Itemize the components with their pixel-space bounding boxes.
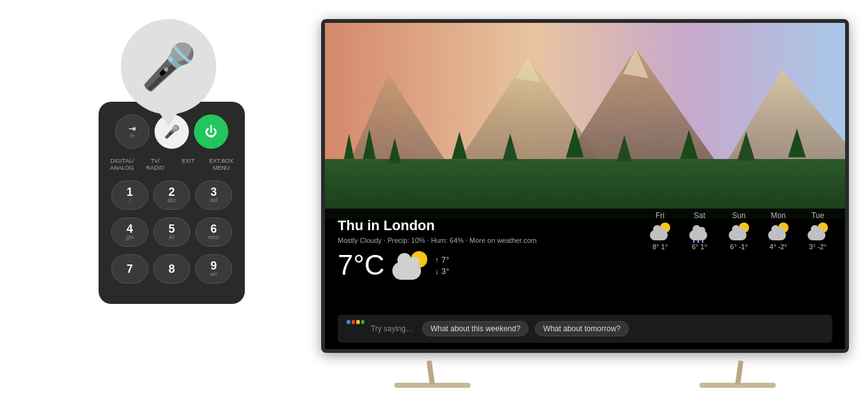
num-8-button[interactable]: 8 (153, 254, 190, 284)
num-1-button[interactable]: 1 ./ (111, 181, 148, 210)
dot-blue (347, 320, 350, 324)
microphone-icon: 🎤 (141, 41, 196, 93)
forecast-row: Fri 8° 1° Sat (645, 211, 832, 251)
num-6-button[interactable]: 6 mno (195, 217, 232, 247)
weather-top: Thu in London Mostly Cloudy · Precip: 10… (338, 217, 832, 281)
try-saying-label: Try saying… (371, 324, 413, 333)
weather-left: Thu in London Mostly Cloudy · Precip: 10… (338, 217, 645, 281)
assistant-bar: Try saying… What about this weekend? Wha… (338, 315, 832, 343)
temp-range: ↑ 7° ↓ 3° (435, 255, 450, 276)
cloud-icon (392, 262, 421, 280)
rain-2 (698, 240, 699, 243)
weather-overlay: Thu in London Mostly Cloudy · Precip: 10… (325, 209, 845, 349)
tv-frame: Thu in London Mostly Cloudy · Precip: 10… (321, 19, 849, 353)
mountain-svg (325, 23, 845, 219)
fri-icon (650, 223, 670, 240)
city-title: Thu in London (338, 217, 645, 234)
fri-label: Fri (656, 211, 665, 220)
sun-label: Sun (732, 211, 745, 220)
mic-bubble: 🎤 (121, 19, 216, 114)
google-logo (347, 320, 364, 338)
mon-temps: 4° -2° (769, 243, 787, 251)
dot-red (352, 320, 355, 324)
rain-3 (702, 240, 703, 243)
rain-1 (693, 240, 694, 243)
tv-screen: Thu in London Mostly Cloudy · Precip: 10… (325, 23, 845, 349)
stand-leg-left (394, 383, 471, 388)
sat-label: Sat (694, 211, 705, 220)
forecast-tue: Tue 3° -2° (803, 211, 832, 251)
remote-control: 🎤 ⇥ ⟳ 🎤 ⏻ DIGITAL/ ANALOG TV/ RADIO EXIT (38, 13, 305, 405)
forecast-mon: Mon 4° -2° (764, 211, 793, 251)
dot-green (361, 320, 365, 324)
exit-label: EXIT (174, 158, 202, 172)
forecast-sat: Sat 6° 1° (685, 211, 714, 251)
tv: Thu in London Mostly Cloudy · Precip: 10… (321, 19, 849, 388)
sun-temps: 6° -1° (730, 243, 748, 251)
tv-radio-label: TV/ RADIO (141, 158, 169, 172)
numpad-row-1: 1 ./ 2 abc 3 def (111, 181, 232, 210)
mon-cloud (768, 230, 786, 240)
sun-cloud (729, 230, 747, 240)
num-7-button[interactable]: 7 (111, 254, 148, 284)
weather-subtitle: Mostly Cloudy · Precip: 10% · Hum: 64% ·… (338, 237, 645, 244)
remote-body: ⇥ ⟳ 🎤 ⏻ DIGITAL/ ANALOG TV/ RADIO EXIT E… (99, 102, 245, 304)
digital-analog-label: DIGITAL/ ANALOG (108, 158, 136, 172)
microphone-icon: 🎤 (164, 124, 180, 139)
num-3-button[interactable]: 3 def (195, 181, 232, 210)
forecast-fri: Fri 8° 1° (645, 211, 675, 251)
power-button[interactable]: ⏻ (194, 114, 228, 149)
num-2-button[interactable]: 2 abc (153, 181, 190, 210)
mon-label: Mon (771, 211, 785, 220)
sun-icon-fc (729, 223, 749, 240)
dot-yellow (356, 320, 360, 324)
tue-icon (808, 223, 828, 240)
extbox-label: EXT.BOX MENU (207, 158, 235, 172)
tv-stand (394, 356, 776, 388)
mon-icon (768, 223, 789, 240)
suggestion-weekend-button[interactable]: What about this weekend? (422, 321, 528, 336)
button-labels-row: DIGITAL/ ANALOG TV/ RADIO EXIT EXT.BOX M… (108, 158, 235, 172)
google-dots (347, 320, 364, 324)
temperature-display: 7°C (338, 249, 385, 281)
temp-low: ↓ 3° (435, 266, 450, 276)
stand-leg-right (699, 383, 776, 388)
sat-icon (689, 223, 710, 240)
tue-label: Tue (811, 211, 824, 220)
num-4-button[interactable]: 4 ghi (111, 217, 148, 247)
tue-cloud (808, 230, 825, 240)
temp-high: ↑ 7° (435, 255, 450, 264)
mountain-background (325, 23, 845, 219)
numpad-row-3: 7 8 9 wx (111, 254, 232, 284)
suggestion-tomorrow-button[interactable]: What about tomorrow? (535, 321, 628, 336)
sat-temps: 6° 1° (692, 243, 707, 251)
forecast-sun: Sun 6° -1° (724, 211, 754, 251)
input-button[interactable]: ⇥ ⟳ (115, 114, 149, 149)
power-icon: ⏻ (205, 125, 217, 139)
num-9-button[interactable]: 9 wx (195, 254, 232, 284)
sat-cloud (689, 230, 707, 240)
weather-main-row: 7°C ↑ 7° ↓ 3° (338, 249, 645, 281)
weather-cloud-icon (392, 251, 427, 280)
fri-temps: 8° 1° (652, 243, 668, 251)
numpad-row-2: 4 ghi 5 jkl 6 mno (111, 217, 232, 247)
fri-cloud (650, 230, 668, 240)
tue-temps: 3° -2° (809, 243, 827, 251)
num-5-button[interactable]: 5 jkl (153, 217, 190, 247)
